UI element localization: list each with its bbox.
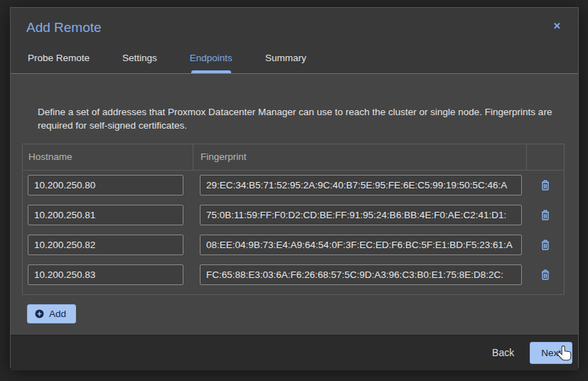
add-endpoint-button[interactable]: Add (27, 304, 76, 323)
row-actions (527, 178, 564, 193)
next-button[interactable]: Next (530, 342, 572, 364)
tab-summary[interactable]: Summary (264, 45, 308, 73)
delete-row-button[interactable] (538, 178, 552, 193)
column-header-hostname[interactable]: Hostname (23, 144, 193, 170)
hostname-cell (23, 235, 193, 255)
hostname-cell (23, 205, 193, 225)
dialog-tabbar: Probe Remote Settings Endpoints Summary (11, 45, 578, 74)
plus-circle-icon (35, 309, 44, 318)
dialog-title: Add Remote (26, 20, 102, 35)
tab-label: Summary (265, 53, 306, 63)
add-remote-dialog: Add Remote ✕ Probe Remote Settings Endpo… (10, 7, 579, 367)
tab-label: Endpoints (190, 53, 232, 63)
page-backdrop: { "window": { "title": "Add Remote", "cl… (0, 0, 588, 381)
tab-settings[interactable]: Settings (121, 45, 159, 73)
row-actions (527, 237, 564, 252)
back-button[interactable]: Back (483, 342, 523, 363)
trash-icon (540, 272, 551, 283)
column-header-actions (527, 144, 564, 170)
tab-label: Probe Remote (28, 53, 90, 63)
close-icon[interactable]: ✕ (550, 20, 564, 33)
fingerprint-cell (193, 175, 527, 195)
active-tab-indicator (191, 70, 231, 73)
row-actions (527, 267, 564, 282)
tab-probe-remote[interactable]: Probe Remote (26, 45, 91, 73)
delete-row-button[interactable] (538, 267, 552, 282)
column-header-fingerprint[interactable]: Fingerprint (193, 144, 527, 170)
endpoints-table: Hostname Fingerprint (22, 144, 565, 295)
table-row (23, 260, 564, 290)
table-row (23, 230, 564, 260)
fingerprint-cell (193, 235, 527, 255)
fingerprint-input[interactable] (200, 235, 522, 255)
dialog-footer: Back Next (11, 335, 578, 370)
trash-icon (540, 213, 551, 223)
dialog-body: Define a set of addresses that Proxmox D… (11, 74, 578, 335)
trash-icon (540, 183, 551, 193)
delete-row-button[interactable] (538, 208, 552, 222)
tab-label: Settings (122, 53, 157, 63)
hostname-cell (23, 175, 193, 195)
fingerprint-cell (193, 205, 527, 225)
hostname-input[interactable] (28, 235, 183, 255)
hostname-input[interactable] (28, 175, 183, 195)
fingerprint-input[interactable] (200, 205, 522, 225)
hostname-cell (23, 264, 193, 285)
fingerprint-input[interactable] (200, 175, 522, 195)
add-button-label: Add (49, 308, 66, 319)
hostname-input[interactable] (28, 264, 183, 285)
endpoints-description: Define a set of addresses that Proxmox D… (38, 106, 552, 133)
trash-icon (540, 242, 551, 253)
hostname-input[interactable] (28, 205, 183, 225)
delete-row-button[interactable] (538, 237, 552, 252)
tab-endpoints[interactable]: Endpoints (188, 45, 234, 73)
table-row (23, 171, 564, 200)
fingerprint-cell (193, 264, 527, 285)
dialog-header: Add Remote ✕ (11, 8, 578, 45)
fingerprint-input[interactable] (200, 264, 522, 285)
table-row (23, 200, 564, 230)
row-actions (527, 208, 564, 222)
table-header-row: Hostname Fingerprint (23, 144, 564, 171)
